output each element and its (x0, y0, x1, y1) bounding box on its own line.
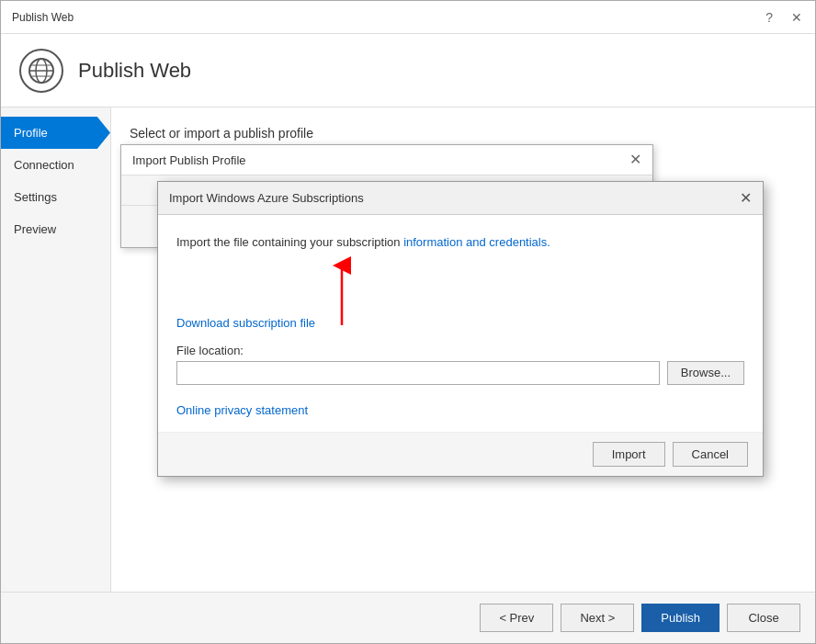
credentials-link[interactable]: information and credentials. (403, 235, 550, 249)
azure-dialog-close-button[interactable]: ✕ (740, 189, 752, 207)
import-profile-titlebar: Import Publish Profile ✕ (121, 145, 652, 175)
azure-dialog-title: Import Windows Azure Subscriptions (169, 191, 364, 205)
browse-button[interactable]: Browse... (667, 361, 744, 385)
file-location-label: File location: (176, 344, 744, 357)
import-profile-close-button[interactable]: ✕ (629, 153, 641, 167)
file-location-input[interactable] (176, 361, 660, 385)
red-arrow-icon (314, 252, 369, 334)
help-button[interactable]: ? (764, 10, 775, 25)
azure-dialog-titlebar: Import Windows Azure Subscriptions ✕ (158, 182, 763, 215)
file-input-row: Browse... (176, 361, 744, 385)
sidebar-item-preview[interactable]: Preview (1, 213, 110, 245)
bottom-bar: < Prev Next > Publish Close (1, 592, 815, 643)
privacy-link[interactable]: Online privacy statement (176, 403, 308, 417)
download-subscription-link[interactable]: Download subscription file (176, 316, 315, 330)
title-bar: Publish Web ? ✕ (1, 1, 815, 34)
close-button[interactable]: Close (727, 604, 800, 632)
title-bar-right: ? ✕ (764, 10, 804, 25)
privacy-link-area: Online privacy statement (176, 403, 744, 417)
next-button[interactable]: Next > (561, 604, 634, 632)
file-location-group: File location: Browse... (176, 344, 744, 385)
globe-icon (19, 49, 63, 93)
window-close-button[interactable]: ✕ (789, 10, 804, 25)
sidebar-item-profile[interactable]: Profile (1, 117, 110, 149)
content-area: Profile Connection Settings Preview Sele… (1, 107, 815, 592)
main-panel: Select or import a publish profile Impor… (111, 107, 815, 592)
sidebar: Profile Connection Settings Preview (1, 107, 111, 592)
import-profile-title: Import Publish Profile (132, 153, 246, 167)
main-window: Publish Web ? ✕ Publish Web Profile (0, 0, 816, 644)
import-button[interactable]: Import (593, 442, 665, 467)
panel-subtitle: Select or import a publish profile (130, 126, 797, 141)
azure-dialog-body: Import the file containing your subscrip… (158, 215, 763, 432)
prev-button[interactable]: < Prev (480, 604, 553, 632)
publish-button[interactable]: Publish (641, 604, 720, 632)
azure-dialog-footer: Import Cancel (158, 432, 763, 476)
azure-dialog: Import Windows Azure Subscriptions ✕ Imp… (157, 181, 764, 477)
sidebar-item-connection[interactable]: Connection (1, 149, 110, 181)
header: Publish Web (1, 34, 815, 107)
azure-description: Import the file containing your subscrip… (176, 233, 744, 252)
title-bar-left: Publish Web (12, 11, 74, 24)
arrow-annotation-area: Download subscription file (176, 261, 744, 344)
window-title: Publish Web (12, 11, 74, 24)
header-title: Publish Web (78, 59, 191, 83)
azure-cancel-button[interactable]: Cancel (673, 442, 748, 467)
sidebar-item-settings[interactable]: Settings (1, 181, 110, 213)
